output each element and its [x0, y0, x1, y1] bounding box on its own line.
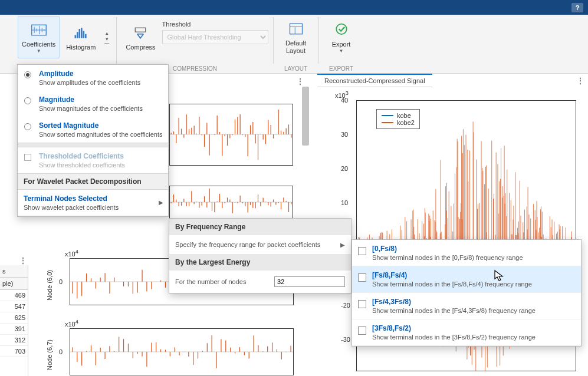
largest-energy-header: By the Largest Energy: [169, 254, 351, 271]
freq-range-row[interactable]: Specify the frequency range for packet c…: [169, 235, 351, 254]
freq-range-option[interactable]: [Fs/4,3Fs/8)Show terminal nodes in the […: [352, 293, 581, 319]
freq-range-option[interactable]: [Fs/8,Fs/4)Show terminal nodes in the [F…: [352, 266, 581, 293]
menu-sorted-magnitude[interactable]: Sorted Magnitude Show sorted magnitudes …: [18, 117, 168, 143]
layout-icon: [287, 19, 306, 38]
freq-range-option[interactable]: [3Fs/8,Fs/2)Show terminal nodes in the […: [352, 319, 581, 346]
threshold-select[interactable]: Global Hard Thresholding: [162, 30, 268, 44]
svg-rect-10: [81, 28, 83, 38]
compress-icon: [131, 24, 150, 42]
mini-plot-top[interactable]: [169, 104, 293, 166]
export-check-icon: [332, 21, 351, 39]
mini-plot-mid[interactable]: [169, 186, 293, 219]
svg-rect-8: [77, 32, 78, 38]
coefficients-label: Coefficients: [22, 41, 55, 48]
y-tick-label: 40: [341, 97, 584, 104]
tab-reconstructed-signal[interactable]: Reconstructed-Compressed Signal: [317, 74, 432, 87]
legend: kobe kobe2: [376, 109, 420, 129]
menu-magnitude[interactable]: Magnitude Show magnitudes of the coeffic…: [18, 91, 168, 117]
legend-entry-kobe2: kobe2: [397, 119, 415, 126]
coefficients-dropdown: Amplitude Show amplitudes of the coeffic…: [17, 64, 169, 217]
left-panel-menu-button[interactable]: ⋮: [295, 77, 304, 86]
freq-range-option[interactable]: [0,Fs/8)Show terminal nodes in the [0,Fs…: [352, 240, 581, 266]
svg-rect-15: [290, 24, 302, 34]
export-label: Export: [332, 41, 351, 48]
svg-rect-7: [75, 35, 77, 38]
help-button[interactable]: ?: [571, 3, 583, 12]
gallery-expand-button[interactable]: ▴▾: [102, 16, 111, 57]
chevron-down-icon: ▼: [339, 48, 344, 54]
largest-energy-row: For the number of nodes: [169, 271, 351, 293]
radio-icon: [24, 97, 31, 104]
freq-range-header: By Frequency Range: [169, 219, 351, 235]
coefficients-icon: [29, 21, 48, 39]
checkbox-icon: [358, 247, 366, 255]
y-tick-label: 20: [341, 165, 584, 172]
axis-zero-67: 0: [59, 348, 63, 355]
panel-menu-button[interactable]: ⋮: [575, 76, 584, 85]
checkbox-icon: [358, 273, 366, 282]
checkbox-icon: [358, 326, 366, 335]
legend-entry-kobe: kobe: [397, 112, 411, 119]
histogram-label: Histogram: [66, 44, 96, 51]
y-tick-label: 30: [341, 131, 584, 138]
svg-rect-12: [85, 34, 87, 38]
radio-icon: [24, 123, 31, 130]
histogram-icon: [71, 24, 90, 42]
table-cell: 312: [0, 335, 28, 346]
mini-plot-node-67[interactable]: [70, 328, 294, 375]
export-button[interactable]: Export ▼: [324, 16, 359, 58]
table-cell: 469: [0, 290, 28, 301]
svg-rect-9: [79, 29, 81, 38]
frequency-range-flyout: [0,Fs/8)Show terminal nodes in the [0,Fs…: [352, 239, 582, 347]
table-header-fragment: s: [0, 265, 28, 278]
menu-thresholded-coefficients: Thresholded Coefficients Show thresholde…: [18, 147, 168, 173]
mini-exp-67: x104: [65, 319, 78, 328]
mini-exp-60: x104: [65, 249, 78, 258]
histogram-button[interactable]: Histogram: [62, 16, 100, 58]
node-label-60: Node (6,0): [46, 270, 53, 301]
menu-amplitude[interactable]: Amplitude Show amplitudes of the coeffic…: [18, 65, 168, 91]
checkbox-icon: [24, 154, 31, 161]
checkbox-icon: [358, 300, 366, 308]
node-label-67: Node (6,7): [46, 339, 53, 370]
chevron-down-icon: ▼: [37, 48, 41, 54]
table-cell: 625: [0, 312, 28, 324]
radio-on-icon: [24, 71, 31, 78]
svg-point-18: [336, 24, 347, 35]
y-tick-label: 10: [341, 199, 584, 206]
default-layout-label: Default Layout: [285, 39, 306, 55]
table-fragment: sple)469547625391312703: [0, 265, 28, 376]
chevron-right-icon: ▶: [159, 199, 163, 206]
default-layout-button[interactable]: Default Layout: [278, 16, 314, 58]
chevron-right-icon: ▶: [340, 242, 345, 248]
table-cell: 547: [0, 301, 28, 312]
table-menu-button[interactable]: ⋮: [18, 256, 27, 265]
axis-zero-60: 0: [59, 278, 63, 285]
table-cell: 391: [0, 324, 28, 335]
compress-button[interactable]: Compress: [121, 16, 159, 58]
scrollbar-thumb[interactable]: [302, 87, 309, 146]
menu-section-header: For Wavelet Packet Decomposition: [18, 173, 168, 190]
table-header-fragment: ple): [0, 278, 28, 290]
compress-label: Compress: [126, 44, 155, 51]
table-cell: 703: [0, 346, 28, 357]
svg-rect-13: [136, 28, 146, 32]
nodes-count-input[interactable]: [274, 276, 345, 287]
terminal-nodes-submenu: By Frequency Range Specify the frequency…: [169, 218, 352, 293]
threshold-label: Threshold: [162, 21, 268, 28]
svg-rect-11: [83, 31, 85, 38]
group-label-layout: LAYOUT: [274, 65, 318, 72]
coefficients-button[interactable]: Coefficients ▼: [18, 16, 60, 58]
group-label-export: EXPORT: [319, 65, 364, 72]
menu-terminal-nodes[interactable]: Terminal Nodes Selected Show wavelet pac…: [18, 190, 168, 216]
